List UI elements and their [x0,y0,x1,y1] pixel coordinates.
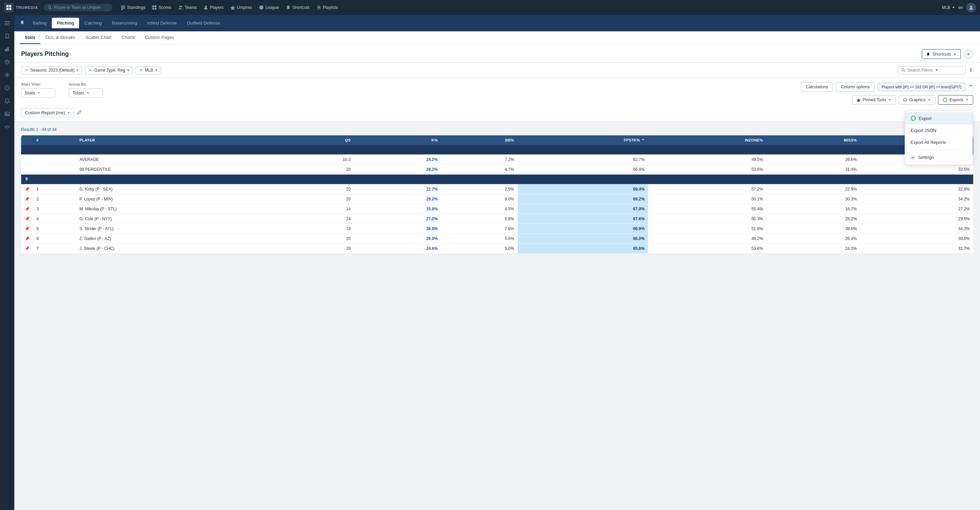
table-row: 📌 7 J. Steele (P - CHC) 20 24.6% 5.0% 65… [21,244,973,253]
svg-rect-11 [155,5,157,8]
pin-2[interactable]: 📌 [21,194,33,204]
secondary-nav: Batting Pitching Catching Baserunning In… [14,15,980,31]
player-name-6[interactable]: Z. Gallen (P - AZ) [76,234,284,244]
calculations-button[interactable]: Calculations [801,82,833,92]
col-player[interactable]: Player [76,135,284,145]
player-name-1[interactable]: G. Kirby (P - SEA) [76,185,284,194]
col-k[interactable]: K% [354,135,441,145]
column-options-button[interactable]: Column options [836,82,874,92]
table-body: LEAGUE AVERAGE 16.3 24.2% 7.2% 62.7% 49.… [21,145,973,253]
game-type-filter[interactable]: ✕ Game Type: Reg ▾ [85,66,133,74]
sidebar-bell[interactable] [2,96,13,106]
tab-baserunning[interactable]: Baserunning [107,18,142,28]
tab-occ-streaks[interactable]: Occ. & Streaks [41,31,80,44]
logo-icon [4,3,14,12]
col-inzone[interactable]: InZone% [648,135,766,145]
svg-point-28 [6,74,8,76]
pin-1[interactable]: 📌 [21,185,33,194]
pin-6[interactable]: 📌 [21,234,33,244]
secondary-bookmark[interactable] [20,20,24,26]
col-qs[interactable]: QS [284,135,354,145]
ip-filter-button[interactable]: Players with [IP] >= 162 OR [IP] >= team… [877,83,966,91]
col-rank[interactable]: # [33,135,76,145]
svg-point-15 [181,6,182,7]
nav-teams[interactable]: Teams [175,4,199,11]
exports-circle-icon [942,97,947,102]
results-link[interactable]: Results 1 - 44 of 44 [21,127,57,132]
league-filter-arrow[interactable]: ▾ [155,68,158,73]
col-bb[interactable]: BB% [441,135,518,145]
pinned-tools-button[interactable]: Pinned Tools [852,95,896,105]
sidebar-stats[interactable] [2,44,13,54]
nav-league-selector[interactable]: MLB [942,5,955,10]
league-filter-close[interactable]: ✕ [139,68,143,73]
search-input[interactable] [54,5,108,10]
tab-stats[interactable]: Stats [20,31,40,44]
nav-playlists[interactable]: Playlists [314,4,341,11]
edit-report-button[interactable] [77,110,82,116]
svg-rect-8 [121,8,125,8]
game-type-filter-close[interactable]: ✕ [89,68,92,73]
sidebar-bookmark[interactable] [2,31,13,41]
add-shortcut-button[interactable]: + [964,49,973,59]
nav-players[interactable]: Players [201,4,226,11]
export-item[interactable]: Export [905,112,972,124]
season-filter-close[interactable]: ✕ [25,68,28,73]
settings-item[interactable]: Settings [905,151,972,163]
col-miss[interactable]: Miss% [766,135,860,145]
player-name-7[interactable]: J. Steele (P - CHC) [76,244,284,253]
tab-scatter-chart[interactable]: Scatter Chart [81,31,116,44]
custom-report-select[interactable]: Custom Report (me) [21,108,74,117]
nav-standings[interactable]: Standings [118,4,148,11]
tab-charts[interactable]: Charts [117,31,139,44]
player-name-4[interactable]: G. Cole (P - NYY) [76,214,284,224]
pin-5[interactable]: 📌 [21,224,33,234]
shortcuts-button[interactable]: Shortcuts [922,49,961,59]
player-name-2[interactable]: P. López (P - MIN) [76,194,284,204]
svg-point-37 [911,116,916,121]
nav-league[interactable]: League [256,4,282,11]
tab-pitching[interactable]: Pitching [52,18,79,28]
exports-button[interactable]: Exports Export Export JSON [938,95,973,105]
export-json-item[interactable]: Export JSON [905,124,972,136]
nav-scores[interactable]: Scores [149,4,174,11]
pin-4[interactable]: 📌 [21,214,33,224]
league-filter[interactable]: ✕ MLB ▾ [135,66,161,74]
tab-infield-defense[interactable]: Infield Defense [142,18,181,28]
season-filter[interactable]: ✕ Seasons: 2023 (Default) ▾ [21,66,82,74]
sidebar-code[interactable] [2,121,13,132]
tab-custom-pages[interactable]: Custom Pages [140,31,178,44]
player-name-5[interactable]: S. Strider (P - ATL) [76,224,284,234]
search-box[interactable] [44,4,113,11]
svg-line-5 [51,8,52,10]
sidebar-image[interactable] [2,108,13,120]
filters-expand-btn[interactable] [969,67,973,73]
controls-collapse-btn[interactable] [969,84,973,90]
stats-view-select[interactable]: Stats [21,88,55,97]
pin-3[interactable]: 📌 [21,204,33,214]
export-all-reports-item[interactable]: Export All Reports [905,136,972,148]
graphics-button[interactable]: Graphics [899,95,935,105]
tab-outfield-defense[interactable]: Outfield Defense [182,18,225,28]
pin-7[interactable]: 📌 [21,244,33,253]
sidebar-help[interactable]: ? [2,83,13,93]
tab-catching[interactable]: Catching [80,18,107,28]
player-name-3[interactable]: M. Mikolas (P - STL) [76,204,284,214]
nav-shortcuts[interactable]: Shortcuts [283,4,312,11]
nav-lang: en [959,5,963,10]
sidebar-settings[interactable] [2,70,13,80]
col-fpstk[interactable]: FPStk% [518,135,648,145]
svg-line-34 [904,71,905,72]
nav-umpires[interactable]: Umpires [228,4,255,11]
search-filters-input[interactable]: Search Filters [897,66,966,74]
league-90p-bb: 4.7% [441,165,518,175]
tab-batting[interactable]: Batting [28,18,51,28]
players-section-header: PLAYERS [21,175,973,185]
group-by-select[interactable]: Totals [69,88,103,97]
sidebar-chart[interactable] [2,57,13,67]
group-by-group: Group By: Totals [69,82,103,97]
game-type-arrow[interactable]: ▾ [127,68,129,73]
nav-user-avatar[interactable] [966,3,976,12]
sidebar-menu[interactable] [2,18,13,29]
season-filter-arrow[interactable]: ▾ [76,68,78,73]
